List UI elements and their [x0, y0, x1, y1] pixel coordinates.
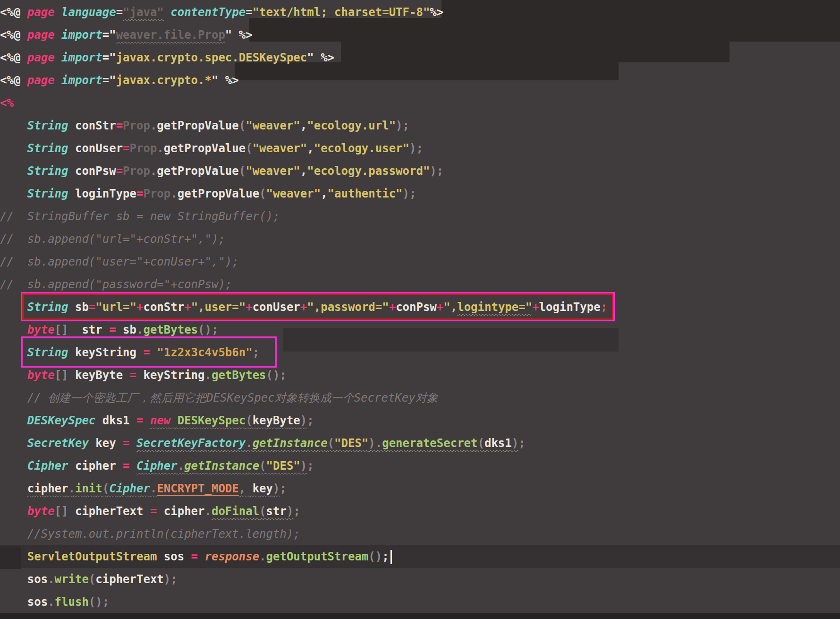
code-token: = [246, 6, 252, 19]
code-token: () [368, 550, 382, 563]
code-line-current[interactable]: ServletOutputStream sos = response.getOu… [0, 545, 840, 568]
code-token: init [75, 482, 102, 495]
code-token: = [116, 6, 123, 19]
text-caret [390, 550, 392, 564]
code-token: = [143, 346, 150, 359]
code-line[interactable]: <%@ page language="java" contentType="te… [0, 1, 840, 24]
code-token: " [307, 51, 321, 64]
code-token: getInstance [184, 459, 259, 473]
code-line[interactable]: <%@ page import="javax.crypto.spec.DESKe… [0, 46, 840, 69]
code-line[interactable]: <% [0, 92, 840, 114]
code-token: ); [409, 142, 423, 155]
code-token: " [212, 74, 225, 87]
code-token: write [55, 573, 89, 586]
code-token: = [136, 187, 143, 200]
code-line[interactable]: String keyString = "1z2x3c4v5b6n"; [0, 341, 840, 364]
code-line[interactable]: sos.write(cipherText); [0, 568, 840, 591]
code-token: "DES" [266, 459, 300, 473]
code-line[interactable]: <%@ page import="javax.crypto.*" %> [0, 69, 840, 92]
code-token: "ecology.user" [314, 142, 409, 155]
code-token: byte [27, 369, 55, 382]
code-token: + [389, 301, 396, 314]
code-token: "weaver" [266, 187, 321, 200]
code-line[interactable]: sos.flush(); [0, 591, 840, 613]
code-line[interactable]: //System.out.println(cipherText.length); [0, 523, 840, 545]
code-token [164, 6, 170, 19]
code-line[interactable]: // sb.append("url="+conStr+","); [0, 228, 840, 250]
code-line[interactable]: byte[] cipherText = cipher.doFinal(str); [0, 500, 840, 523]
code-token: [] [55, 369, 68, 382]
code-token: conUser [68, 142, 123, 155]
code-token: Cipher [109, 482, 150, 495]
code-token [150, 346, 157, 359]
code-token: "ecology.password" [307, 164, 430, 178]
code-token: sb [116, 323, 136, 336]
code-token: . [150, 164, 157, 178]
code-token: logintype=" [457, 301, 532, 314]
code-token: // 创建一个密匙工厂，然后用它把DESKeySpec对象转换成一个Secret… [0, 391, 438, 404]
code-line[interactable]: // 创建一个密匙工厂，然后用它把DESKeySpec对象转换成一个Secret… [0, 387, 840, 409]
code-token: str [266, 505, 287, 518]
code-line[interactable]: String conStr=Prop.getPropValue("weaver"… [0, 114, 840, 137]
code-token: response [205, 550, 260, 563]
code-token: flush [55, 595, 89, 609]
code-token: ) [300, 414, 307, 427]
code-token: ); [430, 164, 443, 178]
code-token: "weaver" [246, 119, 300, 132]
code-token: , [239, 482, 246, 495]
code-token: getPropValue [178, 187, 259, 200]
code-token [198, 550, 204, 563]
code-token: + [437, 301, 443, 314]
code-token: ",password=" [307, 301, 389, 314]
code-line[interactable]: String loginType=Prop.getPropValue("weav… [0, 182, 840, 205]
code-line[interactable]: byte[] str = sb.getBytes(); [0, 318, 840, 341]
code-line[interactable]: String conUser=Prop.getPropValue("weaver… [0, 137, 840, 160]
code-token [130, 437, 136, 450]
code-token: DESKeySpec [178, 414, 246, 427]
code-line[interactable]: <%@ page import="weaver.file.Prop" %> [0, 24, 840, 46]
code-line[interactable]: cipher.init(Cipher.ENCRYPT_MODE, key); [0, 477, 840, 500]
code-line[interactable]: // sb.append("user="+conUser+","); [0, 250, 840, 273]
code-line[interactable]: byte[] keyByte = keyString.getBytes(); [0, 364, 840, 387]
code-token: ( [102, 482, 109, 495]
code-token: String [27, 301, 68, 314]
code-token [0, 482, 27, 495]
code-token: "weaver" [246, 164, 300, 178]
code-token: new [150, 414, 170, 427]
code-editor[interactable]: <%@ page language="java" contentType="te… [0, 0, 840, 619]
code-token [0, 142, 27, 155]
code-token: . [259, 550, 266, 563]
code-line[interactable]: SecretKey key = SecretKeyFactory.getInst… [0, 432, 840, 455]
code-token: = [116, 164, 123, 178]
code-token: Prop [143, 187, 170, 200]
code-token: ; [293, 505, 300, 518]
code-token: ( [259, 187, 266, 200]
code-token: Prop [123, 119, 150, 132]
code-token [0, 595, 27, 609]
code-token [0, 550, 27, 563]
code-token: . [136, 323, 143, 336]
code-token: getOutputStream [266, 550, 369, 563]
code-line[interactable]: String sb="url="+conStr+",user="+conUser… [0, 296, 840, 318]
code-token: , [300, 119, 307, 132]
code-token: ) [273, 482, 280, 495]
code-token: ; [518, 437, 525, 450]
code-line[interactable]: DESKeySpec dks1 = new DESKeySpec(keyByte… [0, 409, 840, 432]
code-line[interactable]: String conPsw=Prop.getPropValue("weaver"… [0, 160, 840, 182]
code-token: "1z2x3c4v5b6n" [157, 346, 252, 359]
code-line[interactable]: Cipher cipher = Cipher.getInstance("DES"… [0, 455, 840, 477]
code-token: dks1 [484, 437, 512, 450]
code-line[interactable]: // StringBuffer sb = new StringBuffer(); [0, 205, 840, 228]
code-token [0, 164, 27, 178]
code-line[interactable]: // sb.append("password="+conPsw); [0, 273, 840, 296]
code-token: <%@ [0, 51, 27, 64]
code-token: = [109, 323, 116, 336]
code-token: "DES" [334, 437, 368, 450]
code-token [0, 323, 27, 336]
code-token: . [205, 505, 212, 518]
code-token: sb [68, 301, 89, 314]
code-token: = [116, 119, 123, 132]
code-token: = [123, 142, 129, 155]
code-token: weaver.file.Prop [116, 28, 225, 42]
code-token: + [184, 301, 191, 314]
